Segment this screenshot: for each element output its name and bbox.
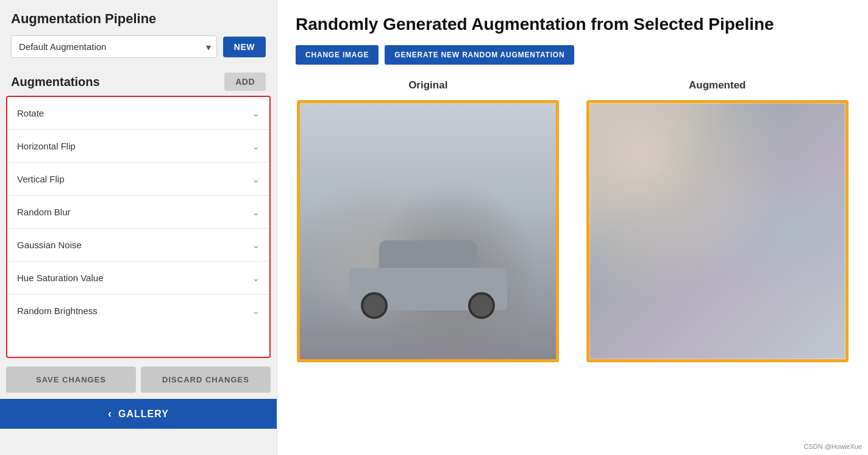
aug-chevron-horizontal-flip: ⌄ <box>252 142 260 151</box>
aug-item-gaussian-noise[interactable]: Gaussian Noise⌄ <box>7 229 269 262</box>
augmentations-list: Rotate⌄Horizontal Flip⌄Vertical Flip⌄Ran… <box>6 96 271 358</box>
aug-label-random-blur: Random Blur <box>17 207 71 217</box>
change-image-button[interactable]: CHANGE IMAGE <box>296 45 379 65</box>
panel-title: Augmentation Pipeline <box>11 11 266 27</box>
original-column: Original <box>296 79 561 440</box>
aug-chevron-random-blur: ⌄ <box>252 207 260 217</box>
gallery-bar[interactable]: ‹ GALLERY <box>0 399 277 429</box>
aug-label-gaussian-noise: Gaussian Noise <box>17 240 82 250</box>
aug-item-vertical-flip[interactable]: Vertical Flip⌄ <box>7 163 269 196</box>
gallery-label: GALLERY <box>118 409 169 420</box>
discard-changes-button[interactable]: DISCARD CHANGES <box>141 367 271 393</box>
aug-label-rotate: Rotate <box>17 108 44 118</box>
aug-chevron-random-brightness: ⌄ <box>252 306 260 316</box>
car-shape <box>343 231 513 310</box>
augmented-label: Augmented <box>689 79 746 91</box>
augmented-image <box>589 103 845 359</box>
augmentations-title: Augmentations <box>11 75 100 89</box>
bottom-buttons: SAVE CHANGES DISCARD CHANGES <box>0 358 277 399</box>
aug-item-random-brightness[interactable]: Random Brightness⌄ <box>7 295 269 327</box>
new-button[interactable]: NEW <box>223 37 266 57</box>
aug-label-random-brightness: Random Brightness <box>17 306 98 316</box>
car-wheel-left <box>361 292 388 319</box>
action-buttons: CHANGE IMAGE GENERATE NEW RANDOM AUGMENT… <box>296 45 850 65</box>
aug-chevron-hue-saturation-value: ⌄ <box>252 273 260 283</box>
left-panel: Augmentation Pipeline Default Augmentati… <box>0 0 277 455</box>
aug-item-rotate[interactable]: Rotate⌄ <box>7 97 269 130</box>
augmented-image-frame <box>586 100 848 362</box>
right-panel: Randomly Generated Augmentation from Sel… <box>277 0 868 455</box>
aug-chevron-rotate: ⌄ <box>252 109 260 118</box>
aug-chevron-gaussian-noise: ⌄ <box>252 240 260 250</box>
aug-label-vertical-flip: Vertical Flip <box>17 174 65 184</box>
pipeline-select-wrap: Default Augmentation Custom Augmentation… <box>11 35 217 58</box>
chevron-left-icon: ‹ <box>108 407 112 420</box>
images-section: Original Augmented <box>296 79 850 440</box>
augmented-column: Augmented <box>585 79 850 440</box>
aug-chevron-vertical-flip: ⌄ <box>252 174 260 184</box>
pipeline-select[interactable]: Default Augmentation Custom Augmentation… <box>11 35 217 58</box>
generate-button[interactable]: GENERATE NEW RANDOM AUGMENTATION <box>385 45 574 65</box>
aug-label-hue-saturation-value: Hue Saturation Value <box>17 273 103 283</box>
pipeline-row: Default Augmentation Custom Augmentation… <box>11 35 266 58</box>
aug-label-horizontal-flip: Horizontal Flip <box>17 141 76 151</box>
original-image-frame <box>297 100 559 362</box>
main-title: Randomly Generated Augmentation from Sel… <box>296 15 850 34</box>
car-wheel-right <box>468 292 495 319</box>
aug-item-hue-saturation-value[interactable]: Hue Saturation Value⌄ <box>7 262 269 295</box>
augmentations-header: Augmentations ADD <box>0 64 277 96</box>
aug-item-random-blur[interactable]: Random Blur⌄ <box>7 196 269 229</box>
save-changes-button[interactable]: SAVE CHANGES <box>6 367 136 393</box>
original-image <box>300 103 556 359</box>
add-button[interactable]: ADD <box>224 73 266 91</box>
panel-header: Augmentation Pipeline Default Augmentati… <box>0 0 277 64</box>
aug-item-horizontal-flip[interactable]: Horizontal Flip⌄ <box>7 130 269 163</box>
watermark: CSDN @HowieXue <box>803 443 862 450</box>
original-label: Original <box>408 79 447 91</box>
